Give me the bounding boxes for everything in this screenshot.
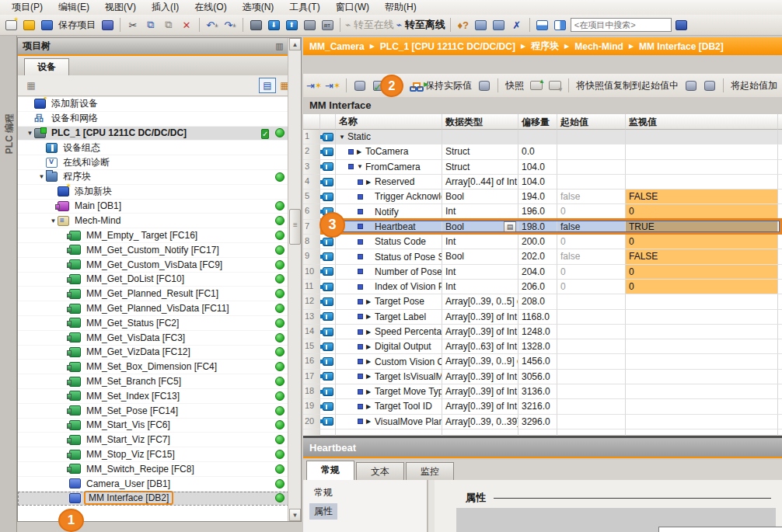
partial-name-input[interactable] [658,527,782,532]
delete-button[interactable]: ✕ [179,17,194,33]
expander-icon[interactable]: ▶ [366,358,375,365]
scroll-thumb[interactable] [289,209,301,245]
split-vertical-button[interactable] [553,17,568,33]
tree-item[interactable]: MM_Get_Custom_VisData [FC9] [18,258,301,273]
cell-name[interactable]: ▶Target Pose [336,294,442,309]
expander-icon[interactable]: ▶ [357,148,365,155]
cell-monitor-value[interactable]: 0 [626,265,778,280]
auto-collapse-icon[interactable]: ▥ [275,41,283,51]
scroll-down-icon[interactable]: ▼ [289,509,301,521]
cell-start-value[interactable] [557,160,626,175]
table-row[interactable]: 10Number of Pose Se..Int204.000 [303,265,782,280]
cell-datatype[interactable]: Array[0..39, 0..9] o... [442,354,518,369]
cell-name[interactable]: ▶Reserved [336,175,442,190]
cell-name[interactable]: Status of Pose Sent [336,249,442,264]
cell-datatype[interactable]: Struct [442,160,518,175]
tree-item[interactable]: 添加新块 [18,185,301,200]
cell-name[interactable]: ▶Custom Vision Out... [336,354,442,369]
tree-item[interactable]: Camera_User [DB1] [18,477,301,492]
copy-snapshot-all-button[interactable] [702,78,717,93]
copy-button[interactable]: ⧉ [143,17,159,33]
cell-datatype[interactable]: Array[0..39] of Int [442,384,518,399]
cell-datatype[interactable]: Array[0..39] of Int [442,310,518,325]
save-project-label[interactable]: 保存项目 [57,19,97,32]
cell-name[interactable]: Index of Vision Pic... [336,280,442,294]
table-row[interactable]: 14▶Speed PercentageArray[0..39] of Int12… [303,325,782,339]
expander-icon[interactable]: ▶ [366,343,375,350]
insert-row-button[interactable]: ⇥✶ [306,78,322,93]
snapshot-down-button[interactable] [547,78,563,93]
cell-monitor-value[interactable] [626,399,778,414]
freeze-button[interactable] [477,78,492,93]
cell-start-value[interactable]: 0 [557,265,626,280]
tree-item[interactable]: Main [OB1] [18,200,301,214]
tree-item[interactable]: 设备和网络 [18,112,301,127]
tree-item[interactable]: 添加新设备 [18,97,301,112]
cell-start-value[interactable]: false [557,220,626,235]
cell-start-value[interactable] [557,370,626,384]
column-header[interactable]: 偏移量 [518,114,557,130]
cell-name[interactable]: ▶Target Tool ID [336,399,442,414]
tree-item[interactable]: MM_Start_Viz [FC7] [18,433,301,447]
cell-start-value[interactable]: false [557,190,626,204]
cell-start-value[interactable]: 0 [557,235,626,249]
inspector-tab-2[interactable]: 文本 [356,462,404,480]
tree-item[interactable]: ▼程序块 [18,170,301,185]
tree-item[interactable]: MM_Get_Status [FC2] [18,316,301,331]
cell-datatype[interactable]: Bool▤ [442,220,518,235]
cut-button[interactable]: ✂ [125,17,141,33]
table-row[interactable]: 2▶ToCameraStruct0.0 [303,144,782,159]
snapshot-button[interactable]: 快照 [504,79,525,92]
expander-icon[interactable]: ▼ [357,163,365,170]
cell-monitor-value[interactable] [626,294,778,309]
breadcrumb-item[interactable]: MM Interface [DB2] [639,41,724,52]
paste-button[interactable]: ⧉ [161,17,176,33]
search-binoculars-button[interactable] [674,17,689,33]
cell-monitor-value[interactable] [626,354,778,369]
cell-datatype[interactable]: Bool [442,190,518,204]
cell-start-value[interactable] [557,399,626,414]
cell-monitor-value[interactable]: 0 [626,235,778,249]
remove-split-button[interactable]: ✗ [509,17,525,33]
window-split-button[interactable] [473,17,489,33]
scroll-up-icon[interactable]: ▲ [289,38,301,50]
table-row[interactable]: 12▶Target PoseArray[0..39, 0..5] o...208… [303,294,782,309]
table-row[interactable]: 8Status CodeInt200.000 [303,235,782,249]
new-project-button[interactable] [3,17,19,33]
cell-name[interactable]: ▶Speed Percentage [336,325,442,339]
inspector-tab-3[interactable]: 监控 [406,462,454,480]
download-button[interactable]: ⬇ [266,17,281,33]
tree-item[interactable]: MM_Get_Planned_Result [FC1] [18,287,301,301]
cell-start-value[interactable] [557,384,626,399]
inspector-tab-1[interactable]: 常规 [306,461,354,480]
cell-name[interactable]: ▶Target IsVisualMove [336,370,442,384]
cell-datatype[interactable]: Bool [442,249,518,264]
go-offline-button[interactable]: ⌁ 转至离线 [396,17,445,33]
cell-start-value[interactable] [557,415,626,429]
tree-item[interactable]: MM_Empty_ Target [FC16] [18,228,301,243]
table-row[interactable]: 3▼FromCameraStruct104.0 [303,160,782,175]
cell-start-value[interactable] [557,175,626,190]
expander-icon[interactable]: ▶ [366,298,375,305]
table-row[interactable]: 11Index of Vision Pic...Int206.000 [303,280,782,294]
table-row[interactable]: 18▶Target Move TypeArray[0..39] of Int31… [303,384,782,399]
cell-datatype[interactable]: Array[0..63] of Int [442,339,518,354]
expander-icon[interactable]: ▼ [339,134,347,141]
cell-monitor-value[interactable]: FALSE [626,190,778,204]
breadcrumb-item[interactable]: MM_Camera [309,41,365,52]
table-row[interactable]: 19▶Target Tool IDArray[0..39] of Int3216… [303,399,782,414]
menu-item-t[interactable]: 工具(T) [282,0,326,15]
menu-item-n[interactable]: 选项(N) [236,0,281,15]
cell-start-value[interactable] [557,310,626,325]
cell-start-value[interactable] [557,325,626,339]
tree-item[interactable]: MM_Get_DoList [FC10] [18,273,301,287]
details-view-button[interactable]: ▤ [259,78,276,93]
stop-cpu-button[interactable]: RT [319,17,335,33]
expander-icon[interactable]: ▶ [366,329,375,336]
snapshot-up-button[interactable] [529,78,544,93]
reset-start-values-button[interactable] [352,78,368,93]
table-row[interactable]: 4▶ReservedArray[0..44] of Int104.0 [303,175,782,190]
table-row[interactable]: 20▶VisualMove Planni...Array[0..39, 0..3… [303,415,782,429]
monitor-all-button[interactable] [413,82,421,89]
window-dock-button[interactable] [491,17,507,33]
